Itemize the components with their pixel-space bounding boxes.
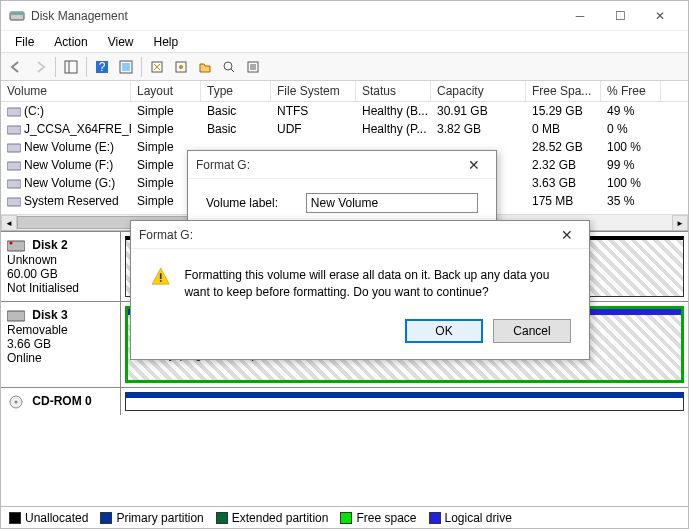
svg-rect-28	[160, 273, 162, 279]
col-freespace[interactable]: Free Spa...	[526, 81, 601, 101]
disk-size: 3.66 GB	[7, 337, 114, 351]
disk-type: Unknown	[7, 253, 114, 267]
col-status[interactable]: Status	[356, 81, 431, 101]
menu-view[interactable]: View	[100, 33, 142, 51]
window-title: Disk Management	[31, 9, 560, 23]
refresh-button[interactable]	[146, 56, 168, 78]
svg-rect-7	[122, 63, 130, 71]
svg-rect-20	[7, 162, 21, 170]
volume-icon	[7, 124, 21, 136]
toolbar: ?	[1, 53, 688, 81]
dialog-title: Format G:	[196, 158, 250, 172]
col-type[interactable]: Type	[201, 81, 271, 101]
close-button[interactable]: ✕	[640, 2, 680, 30]
svg-point-11	[224, 62, 232, 70]
help-button[interactable]: ?	[91, 56, 113, 78]
cell-pct: 49 %	[601, 103, 661, 119]
volume-label-input[interactable]	[306, 193, 478, 213]
disk-state: Not Initialised	[7, 281, 114, 295]
close-icon[interactable]: ✕	[553, 224, 581, 246]
minimize-button[interactable]: ─	[560, 2, 600, 30]
settings-button[interactable]	[115, 56, 137, 78]
cell-layout: Simple	[131, 103, 201, 119]
maximize-button[interactable]: ☐	[600, 2, 640, 30]
cancel-button[interactable]: Cancel	[493, 319, 571, 343]
column-headers: Volume Layout Type File System Status Ca…	[1, 81, 688, 102]
col-capacity[interactable]: Capacity	[431, 81, 526, 101]
svg-line-12	[231, 69, 234, 72]
legend-swatch-extended	[216, 512, 228, 524]
rescan-button[interactable]	[170, 56, 192, 78]
cell-pct: 35 %	[601, 193, 661, 209]
cdrom-icon	[7, 395, 25, 409]
cell-volume: (C:)	[1, 103, 131, 119]
cell-pct: 100 %	[601, 175, 661, 191]
menu-help[interactable]: Help	[146, 33, 187, 51]
partition-box[interactable]	[125, 392, 684, 411]
svg-point-27	[15, 400, 18, 403]
cell-type: Basic	[201, 121, 271, 137]
toolbar-divider	[55, 57, 56, 77]
scroll-right-button[interactable]: ►	[672, 215, 688, 231]
cell-status: Healthy (B...	[356, 103, 431, 119]
extend-button[interactable]	[218, 56, 240, 78]
scroll-left-button[interactable]: ◄	[1, 215, 17, 231]
cell-volume: J_CCSA_X64FRE_E...	[1, 121, 131, 137]
svg-rect-2	[65, 61, 77, 73]
volume-icon	[7, 196, 21, 208]
cell-pct: 99 %	[601, 157, 661, 173]
cell-layout: Simple	[131, 121, 201, 137]
cell-free: 175 MB	[526, 193, 601, 209]
back-button[interactable]	[5, 56, 27, 78]
cell-capacity: 3.82 GB	[431, 121, 526, 137]
table-row[interactable]: (C:)SimpleBasicNTFSHealthy (B...30.91 GB…	[1, 102, 688, 120]
cell-free: 0 MB	[526, 121, 601, 137]
show-hide-tree-button[interactable]	[60, 56, 82, 78]
volume-icon	[7, 160, 21, 172]
cell-fs: UDF	[271, 121, 356, 137]
col-filesystem[interactable]: File System	[271, 81, 356, 101]
disk-name: Disk 2	[32, 238, 67, 252]
menu-file[interactable]: File	[7, 33, 42, 51]
cell-pct: 100 %	[601, 139, 661, 155]
titlebar: Disk Management ─ ☐ ✕	[1, 1, 688, 31]
cell-free: 2.32 GB	[526, 157, 601, 173]
legend-swatch-freespace	[340, 512, 352, 524]
legend: Unallocated Primary partition Extended p…	[1, 506, 688, 528]
cell-pct: 0 %	[601, 121, 661, 137]
table-row[interactable]: J_CCSA_X64FRE_E...SimpleBasicUDFHealthy …	[1, 120, 688, 138]
dialog-title: Format G:	[139, 228, 193, 242]
col-pctfree[interactable]: % Free	[601, 81, 661, 101]
cell-volume: New Volume (G:)	[1, 175, 131, 191]
confirm-dialog: Format G: ✕ Formatting this volume will …	[130, 220, 590, 360]
cell-free: 28.52 GB	[526, 139, 601, 155]
open-button[interactable]	[194, 56, 216, 78]
disk-header: Disk 2 Unknown 60.00 GB Not Initialised	[1, 232, 121, 301]
cell-capacity: 30.91 GB	[431, 103, 526, 119]
disk-icon	[7, 239, 25, 253]
properties-button[interactable]	[242, 56, 264, 78]
cell-volume: New Volume (F:)	[1, 157, 131, 173]
col-layout[interactable]: Layout	[131, 81, 201, 101]
legend-label: Primary partition	[116, 511, 203, 525]
legend-swatch-unallocated	[9, 512, 21, 524]
disk-header: Disk 3 Removable 3.66 GB Online	[1, 302, 121, 387]
svg-rect-29	[160, 280, 162, 282]
dialog-message: Formatting this volume will erase all da…	[184, 267, 569, 301]
svg-rect-22	[7, 198, 21, 206]
legend-label: Unallocated	[25, 511, 88, 525]
volume-label-label: Volume label:	[206, 196, 292, 210]
close-icon[interactable]: ✕	[460, 154, 488, 176]
cell-status: Healthy (P...	[356, 121, 431, 137]
cell-volume: New Volume (E:)	[1, 139, 131, 155]
svg-rect-1	[10, 12, 24, 15]
ok-button[interactable]: OK	[405, 319, 483, 343]
disk-size: 60.00 GB	[7, 267, 114, 281]
disk-row[interactable]: CD-ROM 0	[1, 387, 688, 415]
svg-rect-25	[7, 311, 25, 321]
col-volume[interactable]: Volume	[1, 81, 131, 101]
menu-action[interactable]: Action	[46, 33, 95, 51]
legend-swatch-logical	[429, 512, 441, 524]
volume-icon	[7, 106, 21, 118]
forward-button[interactable]	[29, 56, 51, 78]
